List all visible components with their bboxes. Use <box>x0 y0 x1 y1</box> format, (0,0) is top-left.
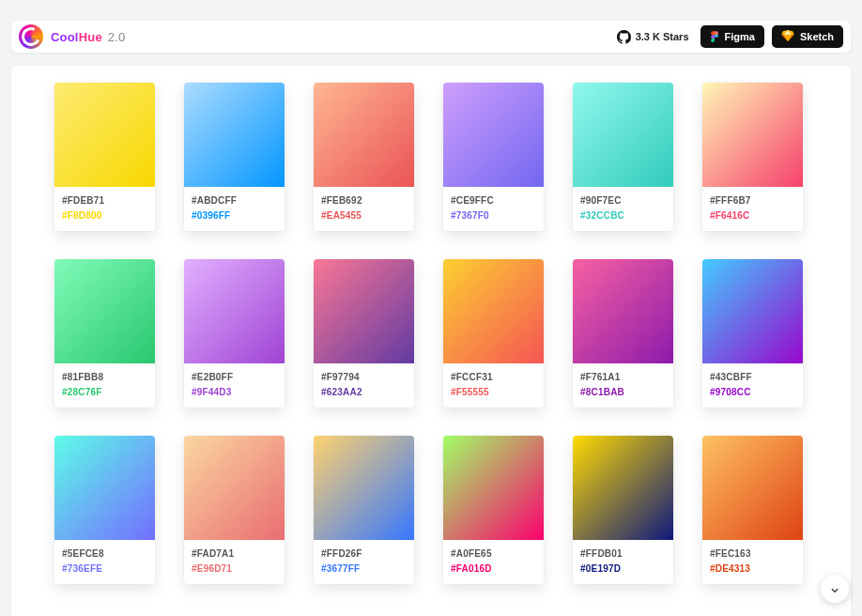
figma-button[interactable]: Figma <box>700 25 764 48</box>
gradient-swatch <box>443 436 544 540</box>
gradient-swatch <box>184 259 285 363</box>
swatch-card[interactable]: #5EFCE8#736EFE <box>54 436 155 584</box>
arrow-down-icon <box>828 582 841 595</box>
swatch-card[interactable]: #ABDCFF#0396FF <box>184 83 285 231</box>
swatch-grid: #FDEB71#F8D800#ABDCFF#0396FF#FEB692#EA54… <box>54 83 808 584</box>
gradient-swatch <box>573 436 673 540</box>
sketch-button[interactable]: Sketch <box>772 25 843 48</box>
gradient-swatch <box>54 259 155 363</box>
hex-start[interactable]: #81FBB8 <box>62 370 147 385</box>
hex-start[interactable]: #F97794 <box>321 370 407 385</box>
swatch-card[interactable]: #FFF6B7#F6416C <box>702 83 803 231</box>
gradient-swatch <box>184 83 285 187</box>
swatch-card[interactable]: #FAD7A1#E96D71 <box>184 436 285 584</box>
gradient-swatch <box>314 259 414 363</box>
hex-start[interactable]: #FAD7A1 <box>192 547 277 562</box>
swatch-card[interactable]: #F761A1#8C1BAB <box>573 259 673 408</box>
swatch-card[interactable]: #CE9FFC#7367F0 <box>443 83 544 231</box>
swatch-card[interactable]: #E2B0FF#9F44D3 <box>184 259 285 408</box>
github-stars-label: 3.3 K Stars <box>636 31 689 42</box>
github-stars[interactable]: 3.3 K Stars <box>613 30 693 44</box>
gradient-swatch <box>184 436 285 540</box>
hex-end[interactable]: #3677FF <box>321 562 407 577</box>
swatch-meta: #43CBFF#9708CC <box>702 363 803 408</box>
hex-end[interactable]: #F55555 <box>451 385 536 400</box>
gradient-swatch <box>54 83 155 187</box>
hex-end[interactable]: #32CCBC <box>580 208 666 223</box>
swatch-meta: #FFDB01#0E197D <box>573 540 673 584</box>
swatch-meta: #90F7EC#32CCBC <box>573 187 673 231</box>
swatch-card[interactable]: #90F7EC#32CCBC <box>573 83 673 231</box>
swatch-card[interactable]: #FEB692#EA5455 <box>314 83 414 231</box>
hex-end[interactable]: #F8D800 <box>62 208 147 223</box>
swatch-meta: #FEC163#DE4313 <box>702 540 803 584</box>
hex-end[interactable]: #E96D71 <box>192 562 277 577</box>
swatch-card[interactable]: #43CBFF#9708CC <box>702 259 803 408</box>
hex-start[interactable]: #F761A1 <box>580 370 666 385</box>
swatch-card[interactable]: #A0FE65#FA016D <box>443 436 544 584</box>
hex-end[interactable]: #9708CC <box>710 385 795 400</box>
hex-end[interactable]: #7367F0 <box>451 208 536 223</box>
brand-cool: Cool <box>51 30 79 44</box>
hex-start[interactable]: #43CBFF <box>710 370 795 385</box>
figma-icon <box>710 29 719 44</box>
swatch-card[interactable]: #FCCF31#F55555 <box>443 259 544 408</box>
gradient-swatch <box>702 83 803 187</box>
hex-end[interactable]: #DE4313 <box>710 562 795 577</box>
scroll-down-button[interactable] <box>821 575 849 603</box>
swatch-meta: #81FBB8#28C76F <box>54 363 155 408</box>
swatch-card[interactable]: #81FBB8#28C76F <box>54 259 155 408</box>
swatch-meta: #FFD26F#3677FF <box>314 540 414 584</box>
swatch-meta: #FEB692#EA5455 <box>314 187 414 231</box>
swatch-card[interactable]: #FFD26F#3677FF <box>314 436 414 584</box>
hex-end[interactable]: #9F44D3 <box>192 385 277 400</box>
swatch-meta: #A0FE65#FA016D <box>443 540 544 584</box>
hex-end[interactable]: #0396FF <box>192 208 277 223</box>
gradient-swatch <box>443 83 544 187</box>
swatch-card[interactable]: #F97794#623AA2 <box>314 259 414 408</box>
gradient-swatch <box>702 259 803 363</box>
header-right: 3.3 K Stars Figma <box>613 25 843 48</box>
hex-end[interactable]: #EA5455 <box>321 208 407 223</box>
gradient-swatch <box>314 83 414 187</box>
swatch-meta: #ABDCFF#0396FF <box>184 187 285 231</box>
hex-start[interactable]: #A0FE65 <box>451 547 536 562</box>
swatch-card[interactable]: #FEC163#DE4313 <box>702 436 803 584</box>
hex-end[interactable]: #623AA2 <box>321 385 407 400</box>
brand-hue: Hue <box>79 30 102 44</box>
hex-end[interactable]: #F6416C <box>710 208 795 223</box>
swatch-meta: #5EFCE8#736EFE <box>54 540 155 584</box>
swatch-meta: #FFF6B7#F6416C <box>702 187 803 231</box>
swatch-meta: #FAD7A1#E96D71 <box>184 540 285 584</box>
github-icon <box>617 30 631 44</box>
hex-start[interactable]: #FCCF31 <box>451 370 536 385</box>
hex-start[interactable]: #ABDCFF <box>192 193 277 208</box>
hex-end[interactable]: #FA016D <box>451 562 536 577</box>
hex-start[interactable]: #FEB692 <box>321 193 407 208</box>
hex-end[interactable]: #28C76F <box>62 385 147 400</box>
hex-end[interactable]: #8C1BAB <box>580 385 666 400</box>
hex-end[interactable]: #0E197D <box>580 562 666 577</box>
app-header: CoolHue 2.0 3.3 K Stars Figma <box>11 21 851 53</box>
hex-start[interactable]: #FFF6B7 <box>710 193 795 208</box>
hex-start[interactable]: #90F7EC <box>580 193 666 208</box>
hex-start[interactable]: #FDEB71 <box>62 193 147 208</box>
hex-start[interactable]: #FEC163 <box>710 547 795 562</box>
gradient-swatch <box>314 436 414 540</box>
app-logo-icon <box>19 24 43 49</box>
swatch-meta: #FCCF31#F55555 <box>443 363 544 408</box>
hex-start[interactable]: #FFDB01 <box>580 547 666 562</box>
app-brand[interactable]: CoolHue 2.0 <box>51 30 125 44</box>
hex-start[interactable]: #CE9FFC <box>451 193 536 208</box>
figma-button-label: Figma <box>725 31 755 42</box>
sketch-icon <box>781 30 794 43</box>
hex-start[interactable]: #FFD26F <box>321 547 407 562</box>
gradient-swatch <box>702 436 803 540</box>
gradient-swatch <box>443 259 544 363</box>
swatch-card[interactable]: #FDEB71#F8D800 <box>54 83 155 231</box>
hex-start[interactable]: #5EFCE8 <box>62 547 147 562</box>
hex-end[interactable]: #736EFE <box>62 562 147 577</box>
swatch-card[interactable]: #FFDB01#0E197D <box>573 436 673 584</box>
hex-start[interactable]: #E2B0FF <box>192 370 277 385</box>
brand-version: 2.0 <box>108 30 126 44</box>
